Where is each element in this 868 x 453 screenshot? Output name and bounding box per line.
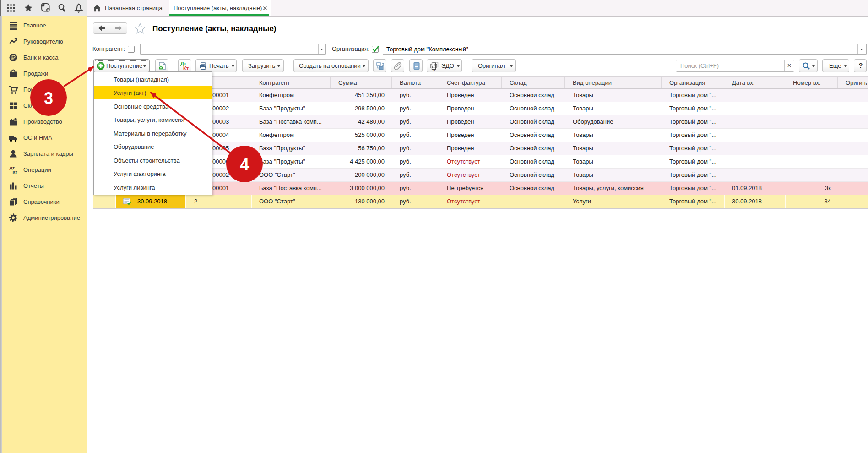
svg-text:3: 3 bbox=[44, 89, 53, 108]
svg-text:4: 4 bbox=[240, 155, 249, 174]
